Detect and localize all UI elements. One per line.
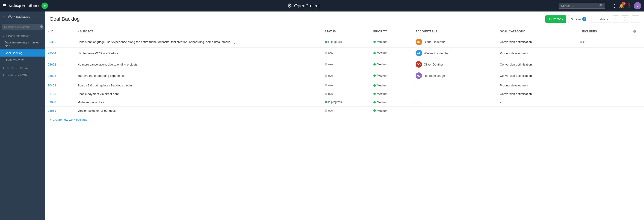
favorite-views-label: Favorite Views: [6, 35, 31, 38]
row-includes: [578, 107, 625, 115]
chevron-down-icon: ▾: [3, 73, 4, 77]
status-badge: new: [325, 63, 333, 66]
user-avatar[interactable]: U: [634, 2, 641, 9]
col-header-includes[interactable]: ⟩INCLUDES: [578, 27, 625, 36]
col-header-subject[interactable]: ≡SUBJECT: [75, 27, 322, 36]
status-label: in progress: [328, 101, 342, 104]
priority-dot-icon: [374, 110, 376, 112]
create-link-label: Create new work package: [53, 118, 87, 121]
row-subject: Version-selector for our docs: [75, 107, 322, 115]
includes-count: 3: [580, 40, 582, 44]
priority-badge: Medium: [374, 51, 388, 55]
help-icon[interactable]: ❓: [626, 3, 632, 8]
page-title: Goal Backlog: [50, 16, 80, 22]
row-priority: Medium: [371, 59, 413, 70]
favorite-views-section[interactable]: ▾ Favorite Views: [0, 32, 45, 39]
row-priority: Medium: [371, 36, 413, 48]
sidebar-item-data-sovereignty[interactable]: Data sovereignty - master plan: [0, 39, 45, 49]
sidebar-item-label: Data sovereignty - master plan: [4, 41, 42, 48]
row-priority: Medium: [371, 98, 413, 107]
add-button[interactable]: +: [42, 2, 48, 9]
main-content: Goal Backlog + Create ▾ ⧖ Filter 3 ☰ Tab…: [45, 11, 644, 220]
project-selector[interactable]: ScaleUp Expedition ▾: [9, 4, 39, 7]
status-label: new: [328, 109, 333, 112]
info-button[interactable]: ℹ: [613, 15, 619, 23]
chevron-down-icon: ▾: [3, 66, 4, 70]
table-header-row: ⇅ID ≡SUBJECT STATUS PRIORITY ACCOUNTABLE…: [45, 27, 644, 36]
row-id[interactable]: 28544: [45, 48, 75, 59]
global-search-box[interactable]: 🔍: [559, 3, 605, 9]
row-id[interactable]: 30462: [45, 81, 75, 90]
accountable-avatar: WL: [416, 50, 422, 56]
global-search-input[interactable]: [561, 4, 598, 7]
table-dropdown-icon: ▾: [606, 17, 608, 21]
nav-right: 🔍 ⋮⋮ 🔔 19 ❓ U: [559, 2, 641, 9]
row-subject: Improve the onboarding experience: [75, 70, 322, 81]
filter-button[interactable]: ⧖ Filter 3: [568, 15, 589, 23]
status-badge: new: [325, 92, 333, 95]
accountable-avatar: BL: [416, 39, 422, 45]
saved-views-search[interactable]: 🔍: [2, 24, 43, 30]
sidebar-back-link[interactable]: ← Work packages: [0, 11, 45, 22]
nav-left: ☰ ScaleUp Expedition ▾ +: [3, 2, 48, 9]
expand-button[interactable]: ⛶: [621, 15, 629, 23]
row-id[interactable]: 28894: [45, 70, 75, 81]
saved-views-search-input[interactable]: [4, 25, 39, 28]
create-button[interactable]: + Create ▾: [545, 15, 566, 23]
status-label: new: [328, 51, 333, 55]
row-id[interactable]: 31725: [45, 90, 75, 98]
status-badge: new: [325, 51, 333, 55]
priority-label: Medium: [377, 74, 388, 77]
includes-expand-icon[interactable]: ▾: [583, 40, 584, 44]
filter-count-badge: 3: [582, 17, 586, 21]
row-status: in progress: [322, 36, 371, 48]
status-label: in progress: [328, 40, 342, 43]
apps-icon[interactable]: ⋮⋮: [608, 3, 617, 8]
priority-badge: Medium: [374, 74, 388, 77]
priority-dot-icon: [374, 101, 376, 104]
status-dot-icon: [325, 101, 327, 103]
status-badge: new: [325, 109, 333, 112]
notifications-icon[interactable]: 🔔 19: [619, 3, 624, 8]
row-settings: [625, 70, 644, 81]
col-header-id[interactable]: ⇅ID: [45, 27, 75, 36]
col-header-priority[interactable]: PRIORITY: [371, 27, 413, 36]
row-id[interactable]: 33850: [45, 98, 75, 107]
table-container: ⇅ID ≡SUBJECT STATUS PRIORITY ACCOUNTABLE…: [45, 27, 644, 220]
row-includes: [578, 90, 625, 98]
create-work-package-link[interactable]: + Create new work package: [45, 115, 644, 124]
sidebar-item-label: Goal Backlog: [4, 51, 22, 55]
default-views-section[interactable]: ▾ Default Views: [0, 64, 45, 71]
public-views-section[interactable]: ▾ Public Views: [0, 71, 45, 78]
priority-label: Medium: [377, 109, 388, 112]
col-header-accountable[interactable]: ACCOUNTABLE: [413, 27, 497, 36]
includes-col-icon: ⟩: [580, 30, 582, 33]
header-actions: + Create ▾ ⧖ Filter 3 ☰ Table ▾ ℹ ⛶ ⋯: [545, 15, 640, 23]
row-id[interactable]: 33851: [45, 107, 75, 115]
accountable-empty: -: [416, 101, 416, 104]
nav-center: ⚙ OpenProject: [51, 2, 556, 9]
col-header-goal-category[interactable]: GOAL CATEGORY: [497, 27, 578, 36]
table-row: 28602 No more cancellations due to endin…: [45, 59, 644, 70]
row-id[interactable]: 28602: [45, 59, 75, 70]
table-row: 28544 UX: Improve WYSIWYG editor new Med…: [45, 48, 644, 59]
search-icon: 🔍: [599, 4, 603, 7]
table-view-button[interactable]: ☰ Table ▾: [591, 16, 611, 23]
col-settings-button[interactable]: ⚙: [625, 27, 644, 36]
table-row: 33851 Version-selector for our docs new …: [45, 107, 644, 115]
row-id[interactable]: 35366: [45, 36, 75, 48]
more-options-button[interactable]: ⋯: [631, 15, 640, 23]
row-accountable: BL Birthe Lindenthal: [413, 36, 497, 48]
sidebar-item-goals-2022[interactable]: Goals 2022 Q1: [0, 57, 45, 64]
sidebar-item-goal-backlog[interactable]: Goal Backlog: [0, 49, 45, 57]
row-goal-category: -: [497, 107, 578, 115]
priority-badge: Medium: [374, 92, 388, 96]
table-row: 33850 Multi-language docs in progress Me…: [45, 98, 644, 107]
status-dot-icon: [325, 63, 327, 66]
status-dot-icon: [325, 75, 327, 77]
col-header-status[interactable]: STATUS: [322, 27, 371, 36]
priority-badge: Medium: [374, 101, 388, 104]
status-dot-icon: [325, 41, 327, 43]
hamburger-icon[interactable]: ☰: [3, 3, 6, 8]
table-icon: ☰: [594, 17, 597, 21]
